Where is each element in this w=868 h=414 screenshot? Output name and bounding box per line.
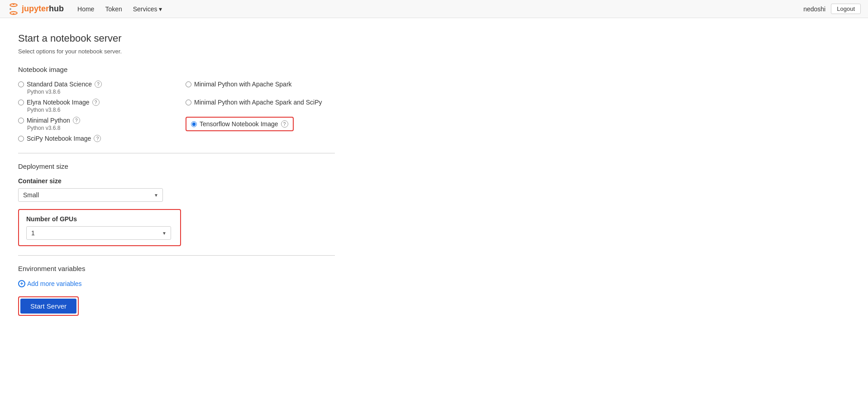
radio-label-minimal-spark[interactable]: Minimal Python with Apache Spark: [186, 81, 335, 88]
radio-text-tensorflow: Tensorflow Notebook Image: [200, 120, 278, 128]
logout-button[interactable]: Logout: [831, 4, 861, 14]
gpu-select[interactable]: 0 1 2 3 4: [26, 226, 171, 240]
radio-item-minimal-spark-scipy: Minimal Python with Apache Spark and Sci…: [186, 99, 335, 113]
gpu-select-wrapper: 0 1 2 3 4 ▼: [26, 226, 171, 240]
radio-minimal-spark-scipy[interactable]: [186, 100, 191, 105]
radio-item-tensorflow: Tensorflow Notebook Image ?: [186, 117, 335, 131]
radio-label-standard-ds[interactable]: Standard Data Science ?: [18, 81, 167, 88]
nav-token[interactable]: Token: [100, 4, 126, 14]
add-variables-label: Add more variables: [27, 280, 82, 287]
radio-item-minimal-spark: Minimal Python with Apache Spark: [186, 81, 335, 95]
container-size-label: Container size: [18, 177, 389, 185]
radio-item-elyra: Elyra Notebook Image ? Python v3.8.6: [18, 99, 167, 113]
page-subtitle: Select options for your notebook server.: [18, 48, 389, 55]
radio-text-standard-ds: Standard Data Science: [27, 81, 92, 88]
username: nedoshi: [803, 5, 825, 13]
radio-text-minimal-spark-scipy: Minimal Python with Apache Spark and Sci…: [194, 99, 322, 106]
radio-grid-empty: [186, 135, 335, 142]
notebook-image-section-label: Notebook image: [18, 66, 389, 73]
start-server-button[interactable]: Start Server: [20, 299, 76, 314]
main-content: Start a notebook server Select options f…: [0, 18, 407, 330]
radio-scipy[interactable]: [18, 136, 24, 142]
nav-links: Home Token Services ▾: [73, 4, 803, 14]
radio-minimal-spark[interactable]: [186, 81, 191, 87]
radio-tensorflow[interactable]: [191, 121, 197, 127]
radio-text-minimal-spark: Minimal Python with Apache Spark: [194, 81, 292, 88]
radio-minimal-python[interactable]: [18, 118, 24, 124]
radio-label-minimal-spark-scipy[interactable]: Minimal Python with Apache Spark and Sci…: [186, 99, 335, 106]
radio-text-elyra: Elyra Notebook Image: [27, 99, 90, 106]
nav-home[interactable]: Home: [73, 4, 99, 14]
radio-label-elyra[interactable]: Elyra Notebook Image ?: [18, 99, 167, 106]
radio-sub-elyra: Python v3.8.6: [27, 107, 167, 113]
radio-item-standard-ds: Standard Data Science ? Python v3.8.6: [18, 81, 167, 95]
svg-point-3: [13, 3, 14, 5]
divider-1: [18, 153, 335, 153]
environment-section-label: Environment variables: [18, 265, 389, 272]
info-icon-scipy: ?: [94, 135, 101, 142]
container-size-select-wrapper: Small Medium Large ▼: [18, 188, 163, 202]
info-icon-standard-ds: ?: [95, 81, 102, 88]
plus-icon: +: [18, 280, 25, 287]
navbar: jupyterhub Home Token Services ▾ nedoshi…: [0, 0, 868, 18]
gpu-label: Number of GPUs: [26, 215, 173, 223]
brand-logo[interactable]: jupyterhub: [7, 3, 64, 15]
info-icon-tensorflow: ?: [281, 120, 288, 128]
radio-label-scipy[interactable]: SciPy Notebook Image ?: [18, 135, 167, 142]
radio-standard-ds[interactable]: [18, 81, 24, 87]
info-icon-minimal-python: ?: [73, 117, 80, 124]
radio-label-minimal-python[interactable]: Minimal Python ?: [18, 117, 167, 124]
deployment-section: Deployment size Container size Small Med…: [18, 162, 389, 246]
navbar-right: nedoshi Logout: [803, 4, 861, 14]
page-title: Start a notebook server: [18, 33, 389, 44]
radio-text-minimal-python: Minimal Python: [27, 117, 70, 124]
info-icon-elyra: ?: [92, 99, 100, 106]
radio-sub-minimal-python: Python v3.6.8: [27, 125, 167, 131]
environment-section: Environment variables + Add more variabl…: [18, 265, 389, 287]
add-variables-button[interactable]: + Add more variables: [18, 280, 82, 287]
nav-services[interactable]: Services ▾: [129, 4, 167, 14]
deployment-section-label: Deployment size: [18, 162, 389, 170]
svg-point-4: [13, 13, 14, 14]
radio-item-scipy: SciPy Notebook Image ?: [18, 135, 167, 142]
radio-text-scipy: SciPy Notebook Image: [27, 135, 91, 142]
container-size-select[interactable]: Small Medium Large: [18, 188, 163, 202]
gpu-box: Number of GPUs 0 1 2 3 4 ▼: [18, 209, 181, 246]
notebook-image-grid: Standard Data Science ? Python v3.8.6 Mi…: [18, 81, 335, 142]
radio-elyra[interactable]: [18, 100, 24, 105]
radio-sub-standard-ds: Python v3.8.6: [27, 89, 167, 95]
radio-item-minimal-python: Minimal Python ? Python v3.6.8: [18, 117, 167, 131]
tensorflow-highlight-box: Tensorflow Notebook Image ?: [186, 117, 294, 131]
radio-label-tensorflow[interactable]: Tensorflow Notebook Image ?: [191, 120, 288, 128]
divider-2: [18, 255, 335, 256]
svg-point-2: [10, 8, 11, 10]
start-server-highlight-box: Start Server: [18, 296, 79, 316]
